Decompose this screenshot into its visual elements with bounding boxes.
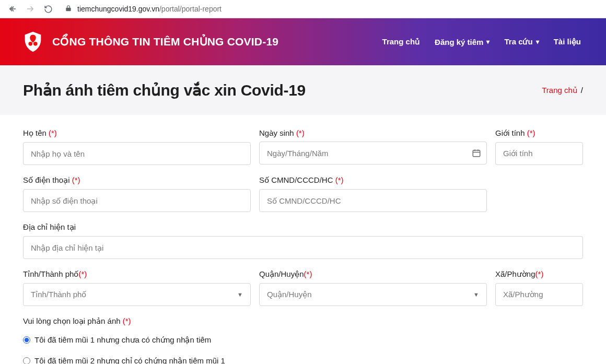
calendar-icon[interactable] (472, 148, 481, 158)
feedback-option-2[interactable]: Tôi đã tiêm mũi 2 nhưng chỉ có chứng nhậ… (23, 356, 583, 364)
url-text: tiemchungcovid19.gov.vn/portal/portal-re… (77, 5, 222, 13)
back-button[interactable] (7, 4, 18, 14)
province-select[interactable]: Tỉnh/Thành phố ▼ (23, 283, 251, 306)
chevron-down-icon: ▾ (536, 38, 539, 45)
phone-input[interactable] (31, 196, 243, 205)
nav-lookup[interactable]: Tra cứu ▾ (504, 37, 539, 46)
fullname-input[interactable] (31, 149, 243, 158)
svg-point-4 (33, 42, 38, 46)
nav-register[interactable]: Đăng ký tiêm ▾ (435, 38, 490, 46)
dob-input[interactable] (267, 149, 479, 158)
page-titlebar: Phản ánh tiêm chủng vắc xin Covid-19 Tra… (0, 65, 606, 115)
chevron-down-icon: ▾ (486, 38, 490, 45)
feedback-radio-1[interactable] (23, 336, 30, 344)
nav-home[interactable]: Trang chủ (382, 37, 421, 46)
svg-point-3 (28, 42, 32, 46)
feedback-type-group: Vui lòng chọn loại phản ánh (*) Tôi đã t… (23, 316, 583, 364)
nav-docs[interactable]: Tài liệu (554, 37, 581, 46)
site-header: CỔNG THÔNG TIN TIÊM CHỦNG COVID-19 Trang… (0, 18, 606, 65)
caret-down-icon: ▼ (237, 291, 243, 298)
breadcrumb-home[interactable]: Trang chủ (542, 86, 578, 95)
browser-bar: tiemchungcovid19.gov.vn/portal/portal-re… (0, 0, 606, 18)
address-input[interactable] (31, 243, 575, 252)
svg-rect-5 (473, 150, 480, 157)
idnum-input[interactable] (267, 196, 479, 205)
field-idnum: Số CMND/CCCD/HC (*) (259, 175, 487, 212)
reload-button[interactable] (43, 5, 53, 14)
brand: CỔNG THÔNG TIN TIÊM CHỦNG COVID-19 (21, 30, 278, 54)
field-address: Địa chỉ hiện tại (23, 222, 583, 259)
logo-icon (21, 30, 45, 54)
field-district: Quận/Huyện(*) Quận/Huyện ▼ (259, 269, 487, 306)
address-bar[interactable]: tiemchungcovid19.gov.vn/portal/portal-re… (61, 5, 599, 14)
main-nav: Trang chủ Đăng ký tiêm ▾ Tra cứu ▾ Tài l… (382, 37, 581, 46)
ward-select[interactable]: Xã/Phường (495, 283, 583, 306)
lock-icon (65, 5, 72, 14)
field-gender: Giới tính (*) Giới tính (495, 128, 583, 165)
page-title: Phản ánh tiêm chủng vắc xin Covid-19 (23, 81, 306, 99)
field-ward: Xã/Phường(*) Xã/Phường (495, 269, 583, 306)
brand-title: CỔNG THÔNG TIN TIÊM CHỦNG COVID-19 (52, 36, 278, 48)
feedback-radio-2[interactable] (23, 357, 30, 364)
gender-select[interactable]: Giới tính (495, 142, 583, 165)
field-phone: Số điện thoại (*) (23, 175, 251, 212)
district-select[interactable]: Quận/Huyện ▼ (259, 283, 487, 306)
caret-down-icon: ▼ (473, 291, 479, 298)
field-fullname: Họ tên (*) (23, 128, 251, 165)
feedback-option-1[interactable]: Tôi đã tiêm mũi 1 nhưng chưa có chứng nh… (23, 335, 583, 345)
forward-button[interactable] (25, 4, 36, 14)
field-province: Tỉnh/Thành phố(*) Tỉnh/Thành phố ▼ (23, 269, 251, 306)
report-form: Họ tên (*) Ngày sinh (*) Giới tính (*) G… (0, 115, 606, 364)
field-dob: Ngày sinh (*) (259, 128, 487, 165)
breadcrumb: Trang chủ/ (542, 86, 583, 95)
